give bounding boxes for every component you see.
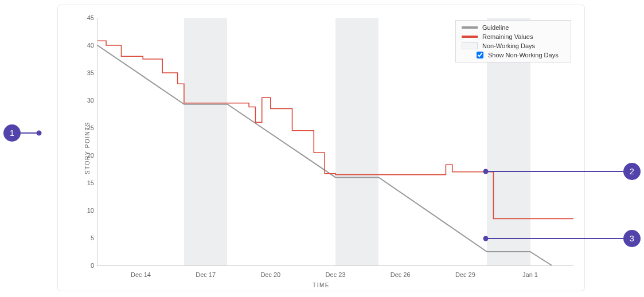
- y-tick: 15: [76, 179, 94, 186]
- plot-area: 051015202530354045Dec 14Dec 17Dec 20Dec …: [97, 18, 573, 266]
- stage: STORY POINTS TIME 051015202530354045Dec …: [0, 0, 644, 297]
- legend-label: Non-Working Days: [482, 42, 535, 49]
- callout-bubble: 2: [623, 163, 641, 180]
- callout-line: [21, 132, 39, 134]
- y-tick: 0: [76, 262, 94, 269]
- legend-toggle-row: Show Non-Working Days: [456, 50, 571, 60]
- x-tick: Dec 17: [196, 271, 216, 278]
- y-tick: 30: [76, 97, 94, 104]
- show-non-working-days-checkbox[interactable]: [477, 52, 483, 58]
- y-tick: 5: [76, 235, 94, 241]
- y-tick: 20: [76, 152, 94, 159]
- y-tick: 10: [76, 207, 94, 214]
- x-tick: Dec 23: [326, 271, 346, 278]
- callout-line: [486, 238, 623, 239]
- legend-swatch: [462, 26, 478, 29]
- x-tick: Dec 20: [260, 271, 280, 278]
- legend-item: Non-Working Days: [456, 41, 571, 50]
- y-tick: 35: [76, 69, 94, 76]
- callout-bubble: 3: [623, 230, 641, 247]
- x-tick: Dec 29: [455, 271, 475, 278]
- x-tick: Dec 26: [391, 271, 411, 278]
- legend-item: Remaining Values: [456, 32, 571, 41]
- legend-label: Guideline: [482, 24, 509, 31]
- burndown-chart-card: STORY POINTS TIME 051015202530354045Dec …: [57, 5, 585, 291]
- remaining-values-series: [97, 41, 573, 218]
- legend-label: Remaining Values: [482, 33, 533, 40]
- legend-swatch: [462, 42, 478, 49]
- x-axis-label: TIME: [313, 282, 330, 288]
- y-tick: 45: [76, 14, 94, 21]
- legend-swatch: [462, 36, 478, 38]
- x-tick: Jan 1: [522, 271, 538, 278]
- x-tick: Dec 14: [131, 271, 151, 278]
- y-tick: 40: [76, 42, 94, 49]
- legend-item: Guideline: [456, 23, 571, 32]
- callout-bubble: 1: [3, 124, 21, 142]
- y-tick: 25: [76, 124, 94, 131]
- show-non-working-days-label: Show Non-Working Days: [488, 52, 559, 58]
- callout-line: [486, 171, 623, 172]
- legend: GuidelineRemaining ValuesNon-Working Day…: [455, 20, 571, 62]
